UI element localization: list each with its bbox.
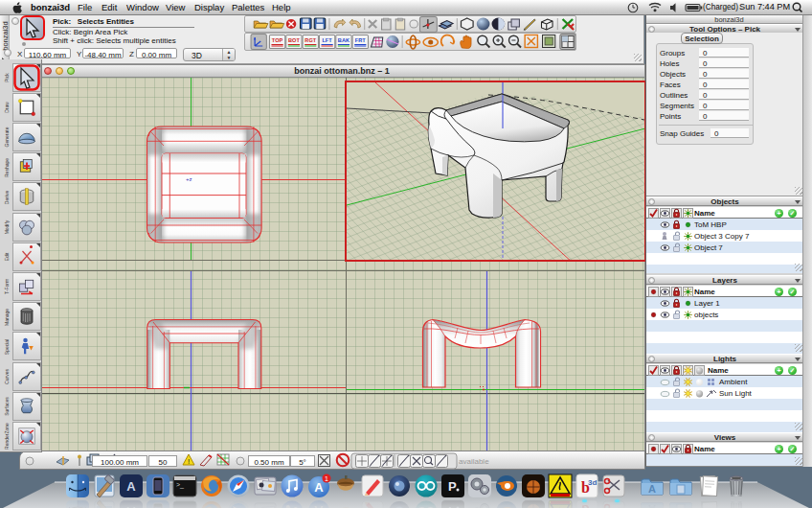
svg-text:P: P [448,504,457,508]
svg-text:!: ! [188,457,190,466]
svg-text:A: A [126,479,136,494]
svg-text:b: b [581,502,590,508]
svg-text:+z: +z [186,176,192,182]
svg-text:A: A [126,504,136,508]
svg-text:P: P [448,479,457,494]
svg-text:A: A [314,503,324,508]
svg-text:A: A [648,483,656,495]
svg-text:TOP: TOP [272,37,283,43]
svg-text:BOT: BOT [288,37,300,43]
svg-text:FRT: FRT [355,37,367,43]
svg-text:LFT: LFT [322,37,332,43]
svg-text:A: A [648,503,656,508]
svg-text:RGT: RGT [304,37,316,43]
svg-text:BAK: BAK [338,37,350,43]
svg-text:3d: 3d [588,478,597,487]
svg-text:>_: >_ [176,481,184,489]
svg-text:1: 1 [325,475,328,482]
svg-text:A: A [314,480,324,495]
